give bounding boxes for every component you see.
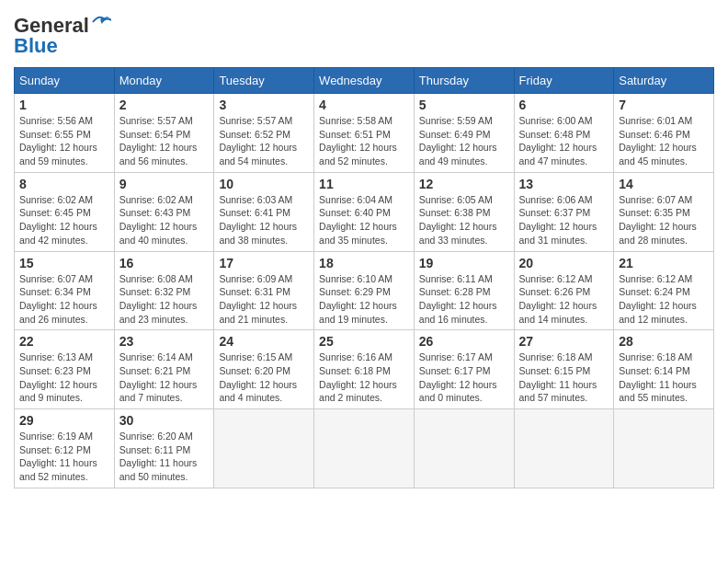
calendar-day-15: 15Sunrise: 6:07 AMSunset: 6:34 PMDayligh… [15, 251, 115, 330]
calendar-day-24: 24Sunrise: 6:15 AMSunset: 6:20 PMDayligh… [214, 330, 314, 409]
calendar-day-22: 22Sunrise: 6:13 AMSunset: 6:23 PMDayligh… [15, 330, 115, 409]
calendar-header-monday: Monday [114, 68, 214, 94]
calendar-header-friday: Friday [514, 68, 614, 94]
calendar-week-row: 1Sunrise: 5:56 AMSunset: 6:55 PMDaylight… [15, 94, 714, 173]
calendar-day-17: 17Sunrise: 6:09 AMSunset: 6:31 PMDayligh… [214, 251, 314, 330]
calendar-day-6: 6Sunrise: 6:00 AMSunset: 6:48 PMDaylight… [514, 94, 614, 173]
calendar-header-tuesday: Tuesday [214, 68, 314, 94]
calendar-day-29: 29Sunrise: 6:19 AMSunset: 6:12 PMDayligh… [15, 409, 115, 488]
calendar-header-wednesday: Wednesday [314, 68, 415, 94]
calendar-day-12: 12Sunrise: 6:05 AMSunset: 6:38 PMDayligh… [414, 172, 514, 251]
calendar-day-5: 5Sunrise: 5:59 AMSunset: 6:49 PMDaylight… [414, 94, 514, 173]
calendar-week-row: 29Sunrise: 6:19 AMSunset: 6:12 PMDayligh… [15, 409, 714, 488]
calendar-week-row: 15Sunrise: 6:07 AMSunset: 6:34 PMDayligh… [15, 251, 714, 330]
calendar-table: SundayMondayTuesdayWednesdayThursdayFrid… [14, 67, 714, 488]
calendar-day-30: 30Sunrise: 6:20 AMSunset: 6:11 PMDayligh… [114, 409, 214, 488]
calendar-day-19: 19Sunrise: 6:11 AMSunset: 6:28 PMDayligh… [414, 251, 514, 330]
calendar-day-1: 1Sunrise: 5:56 AMSunset: 6:55 PMDaylight… [15, 94, 115, 173]
calendar-day-10: 10Sunrise: 6:03 AMSunset: 6:41 PMDayligh… [214, 172, 314, 251]
calendar-day-13: 13Sunrise: 6:06 AMSunset: 6:37 PMDayligh… [514, 172, 614, 251]
calendar-day-7: 7Sunrise: 6:01 AMSunset: 6:46 PMDaylight… [614, 94, 714, 173]
calendar-body: 1Sunrise: 5:56 AMSunset: 6:55 PMDaylight… [15, 94, 714, 488]
logo-blue: Blue [14, 34, 58, 58]
calendar-empty-cell [614, 409, 714, 488]
calendar-day-16: 16Sunrise: 6:08 AMSunset: 6:32 PMDayligh… [114, 251, 214, 330]
calendar-day-11: 11Sunrise: 6:04 AMSunset: 6:40 PMDayligh… [314, 172, 415, 251]
calendar-day-21: 21Sunrise: 6:12 AMSunset: 6:24 PMDayligh… [614, 251, 714, 330]
calendar-day-28: 28Sunrise: 6:18 AMSunset: 6:14 PMDayligh… [614, 330, 714, 409]
calendar-day-27: 27Sunrise: 6:18 AMSunset: 6:15 PMDayligh… [514, 330, 614, 409]
calendar-empty-cell [514, 409, 614, 488]
calendar-day-4: 4Sunrise: 5:58 AMSunset: 6:51 PMDaylight… [314, 94, 415, 173]
calendar-day-8: 8Sunrise: 6:02 AMSunset: 6:45 PMDaylight… [15, 172, 115, 251]
calendar-day-3: 3Sunrise: 5:57 AMSunset: 6:52 PMDaylight… [214, 94, 314, 173]
calendar-week-row: 8Sunrise: 6:02 AMSunset: 6:45 PMDaylight… [15, 172, 714, 251]
calendar-empty-cell [314, 409, 415, 488]
calendar-day-2: 2Sunrise: 5:57 AMSunset: 6:54 PMDaylight… [114, 94, 214, 173]
page-header: General Blue [14, 14, 714, 58]
calendar-day-25: 25Sunrise: 6:16 AMSunset: 6:18 PMDayligh… [314, 330, 415, 409]
calendar-day-14: 14Sunrise: 6:07 AMSunset: 6:35 PMDayligh… [614, 172, 714, 251]
calendar-week-row: 22Sunrise: 6:13 AMSunset: 6:23 PMDayligh… [15, 330, 714, 409]
logo: General Blue [14, 14, 111, 58]
calendar-day-20: 20Sunrise: 6:12 AMSunset: 6:26 PMDayligh… [514, 251, 614, 330]
calendar-day-9: 9Sunrise: 6:02 AMSunset: 6:43 PMDaylight… [114, 172, 214, 251]
calendar-header-thursday: Thursday [414, 68, 514, 94]
calendar-day-23: 23Sunrise: 6:14 AMSunset: 6:21 PMDayligh… [114, 330, 214, 409]
calendar-header-saturday: Saturday [614, 68, 714, 94]
logo-bird-icon [91, 13, 111, 31]
calendar-day-26: 26Sunrise: 6:17 AMSunset: 6:17 PMDayligh… [414, 330, 514, 409]
calendar-empty-cell [214, 409, 314, 488]
calendar-day-18: 18Sunrise: 6:10 AMSunset: 6:29 PMDayligh… [314, 251, 415, 330]
calendar-header-sunday: Sunday [15, 68, 115, 94]
calendar-empty-cell [414, 409, 514, 488]
calendar-header-row: SundayMondayTuesdayWednesdayThursdayFrid… [15, 68, 714, 94]
